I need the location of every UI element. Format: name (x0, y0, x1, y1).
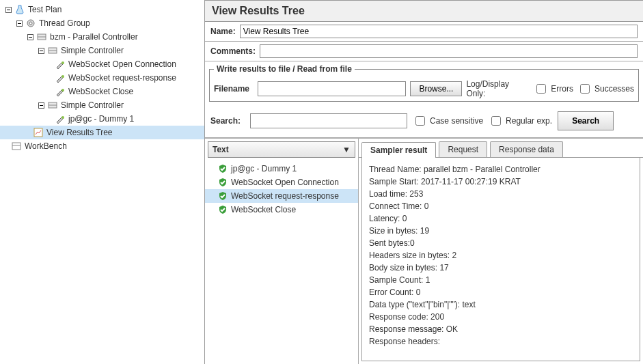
sampler-icon (55, 113, 66, 124)
results-tree-panel: Text ▼ jp@gc - Dummy 1 WebSocket Open Co… (205, 139, 359, 364)
svg-point-16 (61, 89, 64, 92)
result-item-label: WebSocket Open Connection (231, 178, 339, 187)
tree-node-workbench[interactable]: WorkBench (0, 139, 204, 153)
sampler-icon (55, 72, 66, 83)
search-input[interactable] (250, 113, 407, 128)
tree-label: bzm - Parallel Controller (50, 32, 138, 42)
view-results-panel: View Results Tree Name: Comments: Write … (205, 0, 643, 364)
detail-line: Latency: 0 (369, 212, 633, 225)
comments-input[interactable] (260, 44, 638, 58)
tree-label: WebSocket Open Connection (68, 59, 176, 69)
expand-icon[interactable] (38, 102, 44, 109)
write-results-fieldset: Write results to file / Read from file F… (209, 64, 639, 102)
results-icon (33, 127, 44, 138)
result-item[interactable]: WebSocket request-response (205, 189, 358, 203)
log-display-label: Log/Display Only: (466, 79, 530, 98)
success-icon (217, 163, 228, 174)
search-label: Search: (210, 116, 241, 126)
expand-icon[interactable] (5, 7, 12, 13)
expand-icon[interactable] (27, 34, 33, 40)
tree-label: Simple Controller (61, 46, 124, 55)
renderer-combo-label: Text (213, 145, 229, 154)
detail-line: Thread Name: parallel bzm - Parallel Con… (369, 163, 633, 176)
controller-icon (47, 100, 58, 111)
detail-line: Response message: OK (369, 323, 633, 335)
result-item[interactable]: jp@gc - Dummy 1 (205, 162, 358, 176)
successes-checkbox[interactable]: Successes (577, 82, 634, 96)
svg-point-21 (61, 116, 64, 119)
name-label: Name: (210, 27, 236, 36)
tree-label: WebSocket request-response (68, 73, 176, 83)
filename-label: Filename (214, 84, 249, 94)
svg-point-15 (61, 75, 64, 78)
svg-rect-23 (12, 143, 20, 150)
detail-line: Headers size in bytes: 2 (369, 249, 633, 262)
tree-node-simple-controller-1[interactable]: Simple Controller (0, 44, 204, 57)
detail-line: Response headers: (369, 335, 633, 348)
svg-point-5 (29, 22, 32, 25)
controller-icon (36, 31, 47, 42)
workbench-icon (11, 141, 22, 152)
detail-pane: Sampler result Request Response data Thr… (359, 139, 643, 364)
sampler-icon (55, 59, 66, 70)
tree-label: Test Plan (28, 5, 61, 14)
regular-exp-checkbox[interactable]: Regular exp. (489, 114, 552, 128)
tree-node-ws-close[interactable]: WebSocket Close (0, 85, 204, 98)
browse-button[interactable]: Browse... (410, 81, 462, 96)
tree-label: Simple Controller (61, 100, 124, 110)
tree-node-simple-controller-2[interactable]: Simple Controller (0, 98, 204, 112)
detail-line: Sample Count: 1 (369, 274, 633, 286)
write-results-legend: Write results to file / Read from file (214, 64, 355, 74)
result-item-label: jp@gc - Dummy 1 (231, 164, 297, 173)
chevron-down-icon: ▼ (342, 145, 351, 154)
tree-label: View Results Tree (46, 128, 113, 137)
flask-icon (14, 4, 25, 15)
tree-node-ws-reqresp[interactable]: WebSocket request-response (0, 71, 204, 85)
detail-line: Load time: 253 (369, 188, 633, 200)
comments-label: Comments: (210, 46, 256, 56)
tree-label: Thread Group (39, 18, 90, 28)
success-icon (217, 204, 228, 215)
tab-request[interactable]: Request (439, 141, 487, 157)
renderer-combo[interactable]: Text ▼ (208, 141, 355, 158)
errors-checkbox[interactable]: Errors (534, 82, 573, 96)
controller-icon (47, 45, 58, 56)
tree-node-ws-open[interactable]: WebSocket Open Connection (0, 57, 204, 71)
tree-node-parallel-controller[interactable]: bzm - Parallel Controller (0, 30, 204, 44)
tree-label: WebSocket Close (68, 87, 133, 96)
result-item-label: WebSocket Close (231, 205, 296, 214)
detail-line: Error Count: 0 (369, 286, 633, 298)
result-item[interactable]: WebSocket Open Connection (205, 176, 358, 189)
gear-icon (25, 18, 36, 29)
name-input[interactable] (240, 25, 638, 38)
expand-icon[interactable] (16, 20, 23, 27)
filename-input[interactable] (258, 81, 406, 96)
tree-label: WorkBench (25, 141, 67, 151)
success-icon (217, 177, 228, 188)
detail-line: Data type ("text"|"bin"|""): text (369, 298, 633, 311)
svg-point-14 (61, 61, 64, 64)
tree-node-dummy[interactable]: jp@gc - Dummy 1 (0, 112, 204, 126)
detail-line: Sent bytes:0 (369, 237, 633, 249)
tree-label: jp@gc - Dummy 1 (68, 114, 134, 124)
result-item[interactable]: WebSocket Close (205, 203, 358, 216)
panel-title: View Results Tree (205, 1, 643, 22)
sampler-icon (55, 86, 66, 97)
test-plan-tree: Test Plan Thread Group bzm - Parallel Co… (0, 0, 205, 364)
detail-line: Sample Start: 2017-11-17 00:27:19 KRAT (369, 176, 633, 188)
case-sensitive-checkbox[interactable]: Case sensitive (413, 114, 483, 128)
success-icon (217, 191, 228, 201)
search-button[interactable]: Search (558, 111, 614, 130)
tree-node-thread-group[interactable]: Thread Group (0, 16, 204, 30)
detail-line: Size in bytes: 19 (369, 225, 633, 237)
tab-response-data[interactable]: Response data (490, 141, 563, 157)
detail-line: Connect Time: 0 (369, 200, 633, 212)
expand-icon[interactable] (38, 48, 44, 54)
tree-node-view-results-tree[interactable]: View Results Tree (0, 126, 204, 139)
result-item-label: WebSocket request-response (231, 191, 339, 201)
tab-sampler-result[interactable]: Sampler result (361, 142, 436, 158)
tree-node-test-plan[interactable]: Test Plan (0, 3, 204, 16)
detail-line: Body size in bytes: 17 (369, 262, 633, 274)
detail-line: Response code: 200 (369, 311, 633, 323)
sampler-result-body: Thread Name: parallel bzm - Parallel Con… (361, 158, 640, 361)
